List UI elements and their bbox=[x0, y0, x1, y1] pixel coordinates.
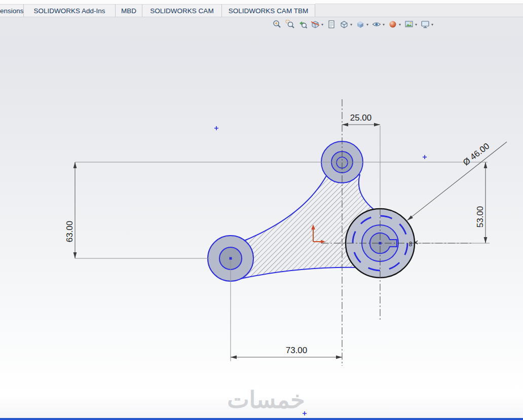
headsup-toolbar: ▾ ▾ ▾ ▾ ▾ ▾ ▾ bbox=[272, 19, 434, 30]
dimension-diameter[interactable]: Ø 46.00 bbox=[407, 141, 507, 220]
view-settings-dropdown-icon[interactable]: ▾ bbox=[431, 22, 433, 27]
watermark: خمسات bbox=[213, 386, 319, 413]
hide-show-items-dropdown-icon[interactable]: ▾ bbox=[383, 22, 385, 27]
view-orientation-dropdown-icon[interactable]: ▾ bbox=[350, 22, 352, 27]
arrowhead bbox=[342, 123, 348, 127]
arrowhead bbox=[73, 252, 77, 258]
zoom-to-area-icon[interactable] bbox=[284, 19, 295, 30]
hide-show-items-icon[interactable] bbox=[371, 19, 382, 30]
apply-scene-dropdown-icon[interactable]: ▾ bbox=[415, 22, 417, 27]
zoom-to-fit-icon[interactable] bbox=[272, 19, 283, 30]
view-orientation-icon[interactable] bbox=[339, 19, 350, 30]
tab-solidworks-add-ins[interactable]: SOLIDWORKS Add-Ins bbox=[24, 4, 116, 17]
dimension-text-right-height[interactable]: 53.00 bbox=[475, 206, 485, 228]
dimension-right-height[interactable]: 53.00 bbox=[475, 162, 487, 243]
tab-solidworks-cam-tbm[interactable]: SOLIDWORKS CAM TBM bbox=[222, 4, 315, 17]
display-style-dropdown-icon[interactable]: ▾ bbox=[366, 22, 368, 27]
tab-mbd[interactable]: MBD bbox=[116, 4, 142, 17]
edit-appearance-icon[interactable] bbox=[387, 19, 398, 30]
tab-solidworks-cam[interactable]: SOLIDWORKS CAM bbox=[142, 4, 222, 17]
annotation-views-icon[interactable] bbox=[326, 19, 337, 30]
apply-scene-icon[interactable] bbox=[403, 19, 415, 30]
tab-dimensions[interactable]: ensions bbox=[0, 4, 24, 17]
dimension-bottom-width[interactable]: 73.00 bbox=[231, 346, 342, 359]
tab-bar-filler bbox=[315, 4, 523, 17]
display-style-icon[interactable] bbox=[355, 19, 366, 30]
arrowhead bbox=[484, 162, 488, 168]
section-view-icon[interactable] bbox=[310, 19, 321, 30]
sketch-point-cross bbox=[214, 126, 218, 130]
previous-view-icon[interactable] bbox=[297, 19, 308, 30]
arrowhead bbox=[73, 162, 77, 168]
edit-appearance-dropdown-icon[interactable]: ▾ bbox=[399, 22, 401, 27]
dimension-top-width[interactable]: 25.00 bbox=[342, 113, 380, 126]
graphics-area[interactable]: 25.00 63.00 53.00 73.00 Ø 46.00 bbox=[0, 0, 523, 420]
left-hole-center-point[interactable] bbox=[230, 257, 232, 260]
command-tabs-bar: ensions SOLIDWORKS Add-Ins MBD SOLIDWORK… bbox=[0, 0, 523, 17]
arrowhead bbox=[336, 356, 342, 359]
dimension-text-top-width[interactable]: 25.00 bbox=[350, 113, 372, 123]
dimension-text-left-height[interactable]: 63.00 bbox=[65, 221, 74, 243]
arrowhead bbox=[231, 356, 237, 359]
dimension-text-bottom-width[interactable]: 73.00 bbox=[286, 346, 308, 355]
dimension-text-diameter[interactable]: Ø 46.00 bbox=[461, 141, 491, 168]
arrowhead bbox=[484, 237, 488, 243]
view-settings-icon[interactable] bbox=[420, 19, 431, 30]
dimension-left-height[interactable]: 63.00 bbox=[65, 162, 77, 258]
arrowhead bbox=[374, 123, 380, 127]
point-label: 8 bbox=[409, 241, 413, 248]
section-view-dropdown-icon[interactable]: ▾ bbox=[321, 22, 323, 27]
bottom-accent-bar bbox=[0, 418, 523, 420]
sketch-point-cross bbox=[423, 155, 427, 159]
